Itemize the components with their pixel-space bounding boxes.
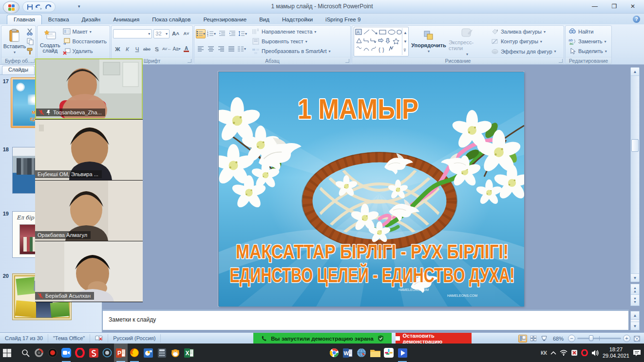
spellcheck-status[interactable] [90,334,108,343]
reset-slide-button[interactable]: Восстановить [61,37,108,46]
notes-pane[interactable]: Заметки к слайду [102,309,629,330]
slides-tab[interactable]: Слайды [2,66,35,74]
taskbar-record-studio-icon[interactable] [100,344,114,362]
justify-button[interactable] [227,44,236,54]
font-size-combo[interactable]: 32▾ [153,29,170,38]
align-left-button[interactable] [196,44,205,54]
scrollbar-thumb[interactable] [631,139,639,152]
stop-share-button[interactable]: Остановить демонстрацию [396,333,472,344]
taskbar-download-manager-icon[interactable] [355,344,368,362]
taskbar-powerpoint-icon[interactable]: P [114,344,128,362]
slide-nav-buttons[interactable]: ▲▲ ▼▼ [630,284,640,306]
previous-slide-icon[interactable]: ▲▲ [631,284,639,295]
text-shadow-button[interactable]: S [152,44,161,54]
action-center-icon[interactable] [633,349,641,357]
restore-button[interactable]: ❐ [606,2,623,11]
volume-icon[interactable] [591,350,599,356]
tab-glavnaya[interactable]: Главная [7,15,42,24]
new-slide-button[interactable]: Создать слайд [39,27,61,56]
clock[interactable]: 18:27 29.04.2021 [603,346,629,359]
replace-button[interactable]: abac Заменить▾ [567,37,610,46]
tray-expand-icon[interactable] [550,351,556,355]
zoom-out-button[interactable]: − [568,335,575,342]
shapes-gallery[interactable]: A {} ▲▼⊽ [354,27,409,56]
slide-editor[interactable]: 1 МАМЫР МАҚСАТТАР БІРЛІГІ - РУХ БІРЛІГІ!… [218,72,524,306]
theme-name[interactable]: "Тема Office" [48,334,90,343]
notes-scroll-down-icon[interactable]: ▼ [631,322,639,330]
tab-pokaz-slaidov[interactable]: Показ слайдов [146,15,197,24]
text-direction-button[interactable]: Направление текста▾ [250,27,349,36]
normal-view-button[interactable] [518,335,527,343]
paste-dropdown[interactable]: ▾ [14,50,16,54]
minimize-button[interactable]: — [587,2,603,11]
character-spacing-button[interactable]: AV↔ [162,44,171,54]
video-participant-3[interactable]: Оракбаева Алмагул [35,180,143,241]
vertical-scrollbar[interactable]: ▲ ▼ [630,67,640,282]
zoom-level[interactable]: 68% [550,336,566,342]
tab-vid[interactable]: Вид [253,15,276,24]
tab-dizain[interactable]: Дизайн [76,15,107,24]
underline-button[interactable]: Ч [133,44,142,54]
keyboard-language[interactable]: КК [541,350,547,356]
quick-styles-button[interactable]: Экспресс-стили▾ [449,27,486,56]
decrease-indent-button[interactable] [217,29,227,38]
align-right-button[interactable] [216,44,226,54]
numbering-button[interactable]: 123▾ [207,29,216,38]
fit-to-window-button[interactable] [632,335,641,343]
taskbar-recorder-ring-icon[interactable] [32,344,46,362]
select-button[interactable]: Выделить▾ [567,47,610,55]
convert-smartart-button[interactable]: Преобразовать в SmartArt▾ [250,47,349,55]
help-icon[interactable]: ? [633,16,640,23]
video-participant-1[interactable]: Toqsanbaeva_Zha... [35,58,143,119]
tray-app-x-icon[interactable] [571,349,578,356]
video-participant-4[interactable]: Берікбай Асылхан [35,241,143,302]
font-dialog-launcher[interactable] [188,59,191,63]
next-slide-icon[interactable]: ▼▼ [631,295,639,306]
strikethrough-button[interactable]: abe [142,44,152,54]
language-status[interactable]: Русский (Россия) [108,334,161,343]
slide-sorter-view-button[interactable] [529,335,538,343]
bullets-button[interactable]: ▾ [196,29,206,38]
format-painter-icon[interactable] [26,47,34,55]
increase-indent-button[interactable] [227,29,237,38]
layout-button[interactable]: Макет▾ [61,27,108,36]
taskbar-slack-icon[interactable] [382,344,396,362]
scroll-down-icon[interactable]: ▼ [631,273,639,282]
change-case-button[interactable]: Aa▾ [172,44,181,54]
font-color-button[interactable]: А [182,44,191,54]
slide-text-line2[interactable]: ЕДИНСТВО ЦЕЛЕЙ - ЕДИНСТВО ДУХА! [230,263,515,287]
wifi-icon[interactable] [560,350,568,356]
drawing-dialog-launcher[interactable] [559,59,563,63]
taskbar-recorder-icon[interactable] [46,344,59,362]
grow-font-button[interactable]: A˄ [171,29,180,38]
line-spacing-button[interactable]: ▾ [238,29,247,38]
taskbar-chrome-icon[interactable] [327,344,341,362]
taskbar-movies-tv-icon[interactable] [396,344,409,362]
cut-icon[interactable] [26,28,34,36]
tab-recenzirovanie[interactable]: Рецензирование [197,15,253,24]
shape-fill-button[interactable]: Заливка фигуры▾ [490,27,562,36]
tray-opera-icon[interactable] [581,349,588,356]
taskbar-scratch-icon[interactable] [169,344,182,362]
find-button[interactable]: Найти [567,27,610,36]
taskbar-firefox-icon[interactable] [128,344,141,362]
video-participant-2[interactable]: Еңбекші ОМ, Эльвира ... [35,119,143,180]
taskbar-excel-icon[interactable]: X [182,344,196,362]
copy-icon[interactable] [26,37,34,45]
taskbar-search-icon[interactable] [19,344,32,362]
slide-text-line1[interactable]: МАҚСАТТАР БІРЛІГІ - РУХ БІРЛІГІ! [236,241,509,262]
paste-button[interactable]: Вставить ▾ [3,27,26,56]
taskbar-calculator-icon[interactable] [155,344,169,362]
slideshow-view-button[interactable] [540,335,549,343]
paragraph-dialog-launcher[interactable] [345,59,349,63]
tab-vstavka[interactable]: Вставка [42,15,76,24]
tab-nadstroiki[interactable]: Надстройки [276,15,319,24]
zoom-in-button[interactable]: + [623,335,630,342]
taskbar-zoom-icon[interactable] [59,344,73,362]
align-text-button[interactable]: Выровнять текст▾ [250,37,349,46]
taskbar-opera-icon[interactable] [73,344,87,362]
columns-button[interactable]: ▾ [237,44,246,54]
scroll-up-icon[interactable]: ▲ [631,68,639,76]
zoom-slider-thumb[interactable] [589,335,593,341]
tab-ispring[interactable]: iSpring Free 9 [319,15,367,24]
